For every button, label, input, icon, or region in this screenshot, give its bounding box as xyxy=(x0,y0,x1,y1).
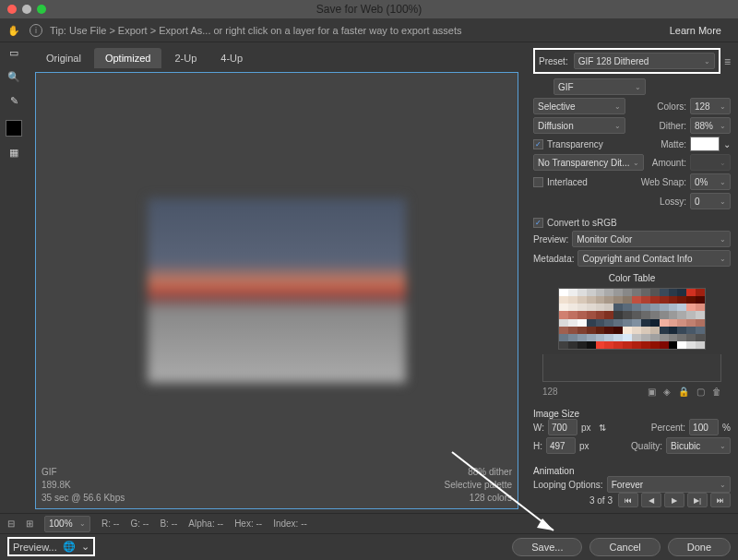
play-button[interactable]: ▶ xyxy=(664,493,684,507)
tab-2up[interactable]: 2-Up xyxy=(163,48,208,68)
quality-select[interactable]: Bicubic⌄ xyxy=(666,437,731,454)
color-swatch[interactable] xyxy=(596,341,605,349)
colors-select[interactable]: 128⌄ xyxy=(690,98,731,114)
matte-swatch[interactable] xyxy=(690,137,720,151)
color-swatch[interactable] xyxy=(677,334,686,341)
color-swatch[interactable] xyxy=(650,334,660,341)
format-select[interactable]: GIF⌄ xyxy=(554,78,646,95)
transparency-checkbox[interactable]: ✓ xyxy=(533,139,543,149)
websnap-value[interactable]: 0%⌄ xyxy=(690,173,731,190)
color-swatch[interactable] xyxy=(669,304,678,311)
color-swatch[interactable] xyxy=(696,319,705,327)
color-swatch[interactable] xyxy=(559,334,568,341)
status-icon-1[interactable]: ⊟ xyxy=(7,518,15,529)
color-swatch[interactable] xyxy=(596,319,605,327)
color-swatch[interactable] xyxy=(696,296,705,304)
color-swatch[interactable] xyxy=(596,334,605,341)
tab-4up[interactable]: 4-Up xyxy=(209,48,254,68)
color-swatch[interactable] xyxy=(613,304,623,311)
color-swatch[interactable] xyxy=(650,341,660,349)
color-swatch[interactable] xyxy=(669,296,678,304)
color-swatch[interactable] xyxy=(604,289,613,296)
zoom-select[interactable]: 100%⌄ xyxy=(44,516,90,532)
color-swatch[interactable] xyxy=(559,289,568,296)
color-swatch[interactable] xyxy=(577,319,587,327)
color-swatch[interactable] xyxy=(677,341,686,349)
color-swatch[interactable] xyxy=(650,327,660,334)
color-swatch[interactable] xyxy=(669,327,678,334)
srgb-checkbox[interactable]: ✓ xyxy=(533,218,543,228)
height-input[interactable] xyxy=(546,437,576,454)
color-swatch[interactable] xyxy=(559,327,568,334)
color-swatch[interactable] xyxy=(587,289,596,296)
browser-icon[interactable]: 🌐 xyxy=(63,541,76,553)
color-swatch[interactable] xyxy=(632,296,641,304)
color-swatch[interactable] xyxy=(587,311,596,318)
preview-button[interactable]: Preview... xyxy=(13,542,57,553)
color-swatch[interactable] xyxy=(604,319,613,327)
color-swatch[interactable] xyxy=(650,311,660,318)
preset-menu-icon[interactable]: ≡ xyxy=(724,55,731,68)
color-swatch[interactable] xyxy=(641,327,650,334)
color-swatch[interactable] xyxy=(660,334,669,341)
color-swatch[interactable] xyxy=(604,341,613,349)
browser-dropdown-icon[interactable]: ⌄ xyxy=(81,541,89,553)
dither-method-select[interactable]: Diffusion⌄ xyxy=(533,117,625,134)
color-swatch[interactable] xyxy=(686,296,696,304)
cancel-button[interactable]: Cancel xyxy=(589,538,660,556)
color-swatch[interactable] xyxy=(632,327,641,334)
color-swatch[interactable] xyxy=(623,327,632,334)
color-swatch[interactable] xyxy=(587,327,596,334)
color-swatch[interactable] xyxy=(686,327,696,334)
color-swatch[interactable] xyxy=(568,311,577,318)
color-swatch[interactable] xyxy=(650,319,660,327)
ct-icon-1[interactable]: ▣ xyxy=(648,387,656,397)
color-swatch[interactable] xyxy=(587,341,596,349)
color-swatch[interactable] xyxy=(559,319,568,327)
preview-area[interactable]: GIF 189.8K 35 sec @ 56.6 Kbps 88% dither… xyxy=(35,72,518,509)
toggle-slices-icon[interactable]: ▦ xyxy=(6,144,22,161)
color-swatch[interactable] xyxy=(577,296,587,304)
prev-frame-button[interactable]: ◀ xyxy=(641,493,661,507)
color-swatch[interactable] xyxy=(568,334,577,341)
ct-new-icon[interactable]: ▢ xyxy=(696,387,705,397)
color-swatch[interactable] xyxy=(660,304,669,311)
ct-icon-2[interactable]: ◈ xyxy=(663,387,671,397)
color-swatch[interactable] xyxy=(632,311,641,318)
color-swatch[interactable] xyxy=(613,289,623,296)
color-swatch[interactable] xyxy=(669,289,678,296)
color-swatch[interactable] xyxy=(696,289,705,296)
transparency-dither-select[interactable]: No Transparency Dit...⌄ xyxy=(533,154,644,171)
color-swatch[interactable] xyxy=(623,334,632,341)
color-swatch[interactable] xyxy=(641,319,650,327)
zoom-tool[interactable]: 🔍 xyxy=(6,68,22,85)
color-swatch[interactable] xyxy=(604,334,613,341)
next-frame-button[interactable]: ▶| xyxy=(687,493,708,507)
width-input[interactable] xyxy=(548,419,577,435)
color-swatch[interactable] xyxy=(623,289,632,296)
color-swatch[interactable] xyxy=(669,311,678,318)
color-swatch[interactable] xyxy=(596,304,605,311)
color-swatch[interactable] xyxy=(641,311,650,318)
color-swatch[interactable] xyxy=(613,327,623,334)
color-swatch[interactable] xyxy=(632,341,641,349)
color-swatch[interactable] xyxy=(677,304,686,311)
color-swatch[interactable] xyxy=(650,304,660,311)
color-swatch[interactable] xyxy=(604,304,613,311)
color-swatch[interactable] xyxy=(568,289,577,296)
color-swatch[interactable] xyxy=(641,289,650,296)
ct-trash-icon[interactable]: 🗑 xyxy=(712,387,721,397)
color-swatch[interactable] xyxy=(632,304,641,311)
color-swatch[interactable] xyxy=(650,289,660,296)
minimize-window-button[interactable] xyxy=(22,5,31,14)
looping-select[interactable]: Forever⌄ xyxy=(607,476,731,493)
color-swatch[interactable] xyxy=(604,296,613,304)
interlaced-checkbox[interactable] xyxy=(533,177,543,187)
color-swatch[interactable] xyxy=(686,334,696,341)
ct-lock-icon[interactable]: 🔒 xyxy=(678,387,689,397)
color-swatch[interactable] xyxy=(677,289,686,296)
color-swatch[interactable] xyxy=(686,311,696,318)
color-swatch[interactable] xyxy=(577,327,587,334)
status-icon-2[interactable]: ⊞ xyxy=(26,518,33,529)
hand-tool-icon[interactable]: ✋ xyxy=(6,22,22,39)
